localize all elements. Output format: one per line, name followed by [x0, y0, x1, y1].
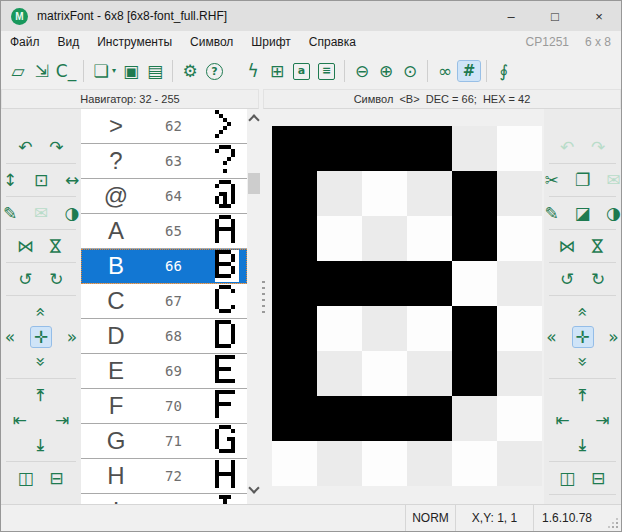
char-row[interactable]: A65	[81, 214, 247, 249]
shift-right-icon[interactable]: »	[62, 327, 81, 347]
center-horizontal-icon[interactable]: ◫	[557, 468, 577, 488]
redo-icon[interactable]: ↷	[588, 137, 608, 157]
char-row[interactable]: H72	[81, 459, 247, 494]
open-font-icon[interactable]: ❏	[90, 59, 112, 83]
snap-bottom-icon[interactable]: ⇥	[573, 435, 593, 455]
char-row[interactable]: >62	[81, 109, 247, 144]
char-row[interactable]: ?63	[81, 144, 247, 179]
pixel-cell[interactable]	[272, 396, 317, 441]
import-image-icon[interactable]: ◪	[573, 203, 593, 223]
pixel-cell[interactable]	[317, 261, 362, 306]
import-font-icon[interactable]: ⇲	[31, 59, 53, 83]
crop-icon[interactable]: ⊡	[31, 170, 51, 190]
invert-icon[interactable]: ◑	[62, 203, 81, 223]
pixel-cell[interactable]	[452, 126, 497, 171]
zoom-fit-icon[interactable]: ⊙	[399, 59, 421, 83]
flip-horizontal-icon[interactable]: ⋈	[557, 236, 577, 256]
pixel-cell[interactable]	[497, 441, 542, 486]
shift-down-icon[interactable]: »	[573, 352, 593, 372]
snap-top-icon[interactable]: ⇤	[573, 385, 593, 405]
pixel-cell[interactable]	[362, 261, 407, 306]
menu-tools[interactable]: Инструменты	[88, 31, 181, 53]
close-button[interactable]: ×	[577, 1, 621, 31]
shift-left-icon[interactable]: «	[1, 327, 20, 347]
pixel-cell[interactable]	[407, 306, 452, 351]
pixel-cell[interactable]	[407, 216, 452, 261]
pixel-cell[interactable]	[452, 171, 497, 216]
pixel-cell[interactable]	[452, 306, 497, 351]
zoom-out-icon[interactable]: ⊖	[351, 59, 373, 83]
pixel-cell[interactable]	[497, 126, 542, 171]
pixel-cell[interactable]	[497, 216, 542, 261]
shift-right-icon[interactable]: »	[604, 327, 622, 347]
pixel-cell[interactable]	[272, 261, 317, 306]
pixel-cell[interactable]	[272, 126, 317, 171]
pixel-cell[interactable]	[317, 216, 362, 261]
snap-right-icon[interactable]: ⇥	[52, 410, 72, 430]
char-row[interactable]: F70	[81, 389, 247, 424]
pixel-cell[interactable]	[272, 216, 317, 261]
pixel-cell[interactable]	[317, 396, 362, 441]
pixel-cell[interactable]	[362, 441, 407, 486]
menu-symbol[interactable]: Символ	[181, 31, 242, 53]
pixel-canvas[interactable]	[272, 126, 542, 486]
undo-icon[interactable]: ↶	[557, 137, 577, 157]
snap-right-icon[interactable]: ⇥	[592, 410, 612, 430]
rotate-right-icon[interactable]: ↻	[588, 269, 608, 289]
menu-font[interactable]: Шрифт	[242, 31, 299, 53]
rotate-left-icon[interactable]: ↺	[15, 269, 35, 289]
maximize-button[interactable]: □	[533, 1, 577, 31]
snap-top-icon[interactable]: ⇤	[31, 385, 51, 405]
redo-icon[interactable]: ↷	[46, 137, 66, 157]
pixel-cell[interactable]	[452, 396, 497, 441]
pixel-cell[interactable]	[362, 216, 407, 261]
char-row[interactable]: I	[81, 494, 247, 504]
pixel-cell[interactable]	[407, 126, 452, 171]
scroll-down-arrow-icon[interactable]	[247, 482, 261, 496]
pixel-cell[interactable]	[317, 351, 362, 396]
pixel-cell[interactable]	[452, 441, 497, 486]
cut-icon[interactable]: ✂	[544, 170, 562, 190]
flip-vertical-icon[interactable]: ⋈	[588, 236, 608, 256]
shift-up-icon[interactable]: «	[31, 302, 51, 322]
minimize-button[interactable]: –	[489, 1, 533, 31]
flip-vertical-icon[interactable]: ⋈	[46, 236, 66, 256]
pixel-cell[interactable]	[497, 306, 542, 351]
pixel-cell[interactable]	[362, 396, 407, 441]
grid-toggle-icon[interactable]: #	[458, 61, 480, 81]
open-dropdown-caret-icon[interactable]: ▾	[110, 59, 118, 83]
pixel-cell[interactable]	[407, 396, 452, 441]
pixel-cell[interactable]	[407, 171, 452, 216]
new-codepage-icon[interactable]: C_	[55, 59, 77, 83]
pixel-cell[interactable]	[497, 261, 542, 306]
rotate-left-icon[interactable]: ↺	[557, 269, 577, 289]
char-list[interactable]: >62?63@64A65B66C67D68E69F70G71H72I	[81, 109, 247, 504]
pixel-cell[interactable]	[272, 306, 317, 351]
char-map-icon[interactable]: ⊞	[266, 59, 288, 83]
shift-down-icon[interactable]: »	[31, 352, 51, 372]
char-row[interactable]: G71	[81, 424, 247, 459]
pixel-cell[interactable]	[362, 171, 407, 216]
pixel-cell[interactable]	[317, 126, 362, 171]
pixel-cell[interactable]	[362, 126, 407, 171]
center-vertical-icon[interactable]: ⊟	[588, 468, 608, 488]
font-properties-icon[interactable]: ≡	[318, 63, 335, 80]
copy-icon[interactable]: ❐	[573, 170, 593, 190]
center-horizontal-icon[interactable]: ◫	[15, 468, 35, 488]
pixel-cell[interactable]	[272, 441, 317, 486]
menu-help[interactable]: Справка	[300, 31, 365, 53]
char-row[interactable]: D68	[81, 319, 247, 354]
move-mode-icon[interactable]: ✛	[31, 327, 51, 347]
pixel-cell[interactable]	[272, 351, 317, 396]
char-row[interactable]: C67	[81, 284, 247, 319]
save-as-icon[interactable]: ▤	[144, 59, 166, 83]
splitter-handle-icon[interactable]	[262, 281, 265, 315]
invert-icon[interactable]: ◑	[604, 203, 622, 223]
draw-brush-icon[interactable]: ✎	[544, 203, 562, 223]
pixel-cell[interactable]	[362, 306, 407, 351]
pixel-cell[interactable]	[272, 171, 317, 216]
pixel-cell[interactable]	[452, 261, 497, 306]
menu-file[interactable]: Файл	[1, 31, 49, 53]
resize-grip[interactable]	[608, 518, 618, 528]
pixel-cell[interactable]	[452, 216, 497, 261]
